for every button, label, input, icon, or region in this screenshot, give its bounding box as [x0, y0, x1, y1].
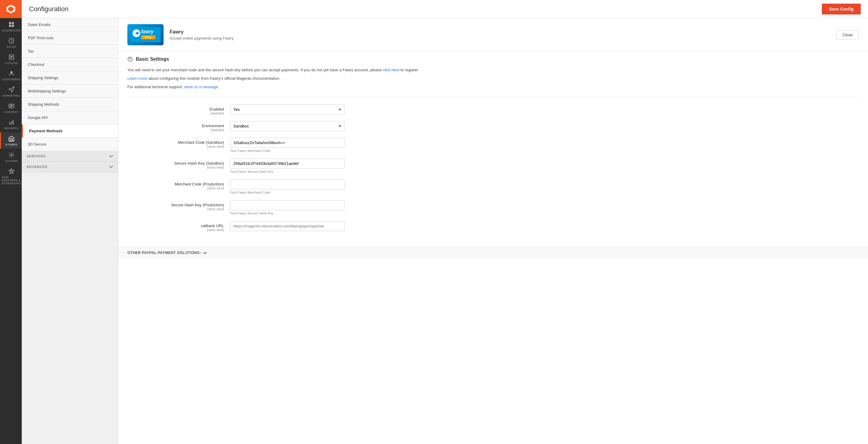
info-line2: Learn more about configuring this module… — [127, 75, 859, 82]
nav-item-shipping-settings[interactable]: Shipping Settings — [22, 71, 118, 85]
hint-merchant_code_production: Your Fawry Merchant Code — [230, 190, 859, 194]
nav-item-3d-secure[interactable]: 3D Secure — [22, 138, 118, 151]
sidebar-item-stores[interactable]: STORES — [0, 132, 22, 149]
sidebar-item-system[interactable]: SYSTEM — [0, 149, 22, 165]
nav-section-advanced[interactable]: ADVANCED — [22, 161, 118, 172]
svg-rect-7 — [9, 122, 10, 124]
svg-rect-2 — [9, 25, 11, 27]
hint-secure_hash_sandbox: Your Fawry Secure Hash Key — [230, 170, 859, 173]
sidebar-logo — [0, 0, 22, 18]
nav-item-tax[interactable]: Tax — [22, 45, 118, 58]
fawry-close-button[interactable]: Close — [836, 30, 859, 39]
form-label-secure_hash_production: Secure Hash Key (Production)[store view] — [127, 200, 230, 211]
form-label-merchant_code_sandbox: Merchant Code (Sandbox)[store view] — [127, 138, 230, 148]
main-wrapper: Configuration Save Config Sales Emails P… — [22, 0, 868, 444]
form-fields: Enabled[website]YesNoEnvironment[website… — [127, 105, 859, 232]
save-config-button[interactable]: Save Config — [822, 4, 861, 14]
form-label-enabled: Enabled[website] — [127, 105, 230, 115]
select-enabled[interactable]: YesNo — [230, 105, 345, 115]
input-callback_url[interactable] — [230, 221, 345, 231]
hint-secure_hash_production: Your Fawry Secure Hash Key — [230, 211, 859, 215]
page-title: Configuration — [29, 5, 68, 13]
form-row-environment: Environment[website]SandboxProduction — [127, 121, 859, 132]
hint-merchant_code_sandbox: Your Fawry Merchant Code — [230, 149, 859, 152]
click-here-link[interactable]: click here — [383, 68, 399, 72]
nav-item-checkout[interactable]: Checkout — [22, 58, 118, 71]
nav-item-google-api[interactable]: Google API — [22, 111, 118, 124]
sidebar: DASHBOARD SALES CATALOG CUSTOMERS MARKET… — [0, 0, 22, 444]
svg-rect-0 — [9, 22, 11, 24]
fawry-header: fawry Pay Fawry Accept online payments u… — [118, 18, 868, 52]
basic-settings-section: Basic Settings You will need to set your… — [118, 52, 868, 247]
input-secure_hash_sandbox[interactable] — [230, 158, 345, 169]
svg-text:Pay: Pay — [145, 36, 152, 39]
sidebar-item-customers[interactable]: CUSTOMERS — [0, 67, 22, 83]
svg-rect-9 — [12, 120, 13, 125]
input-secure_hash_production[interactable] — [230, 200, 345, 210]
nav-item-sales-emails[interactable]: Sales Emails — [22, 18, 118, 31]
form-row-merchant_code_production: Merchant Code (Production)[store view]Yo… — [127, 179, 859, 194]
select-environment[interactable]: SandboxProduction — [230, 121, 345, 131]
form-row-secure_hash_production: Secure Hash Key (Production)[store view]… — [127, 200, 859, 215]
learn-more-link[interactable]: Learn more — [127, 76, 147, 81]
svg-rect-8 — [11, 121, 12, 124]
fawry-logo: fawry Pay — [127, 24, 163, 45]
nav-item-shipping-methods[interactable]: Shipping Methods — [22, 98, 118, 111]
svg-rect-1 — [11, 22, 13, 24]
form-label-merchant_code_production: Merchant Code (Production)[store view] — [127, 179, 230, 190]
sidebar-item-reports[interactable]: REPORTS — [0, 116, 22, 132]
info-line1: You will need to set your merchant code … — [127, 67, 859, 73]
svg-text:fawry: fawry — [141, 29, 154, 34]
sidebar-item-extensions[interactable]: FIND PARTNERS & EXTENSIONS — [0, 165, 22, 187]
settings-description: You will need to set your merchant code … — [127, 67, 859, 97]
nav-item-multishipping-settings[interactable]: Multishipping Settings — [22, 85, 118, 98]
main-panel: fawry Pay Fawry Accept online payments u… — [118, 18, 868, 444]
other-paypal-bar[interactable]: OTHER PAYPAL PAYMENT SOLUTIONS: — [118, 247, 868, 259]
form-label-environment: Environment[website] — [127, 121, 230, 132]
info-line3: For additional technical support, send u… — [127, 84, 859, 90]
input-merchant_code_sandbox[interactable] — [230, 138, 345, 148]
sidebar-item-catalog[interactable]: CATALOG — [0, 51, 22, 67]
left-nav: Sales Emails PDF Print-outs Tax Checkout… — [22, 18, 118, 444]
form-row-merchant_code_sandbox: Merchant Code (Sandbox)[store view]Your … — [127, 138, 859, 152]
nav-item-payment-methods[interactable]: Payment Methods — [22, 124, 118, 138]
settings-header[interactable]: Basic Settings — [127, 52, 859, 67]
sidebar-item-marketing[interactable]: MARKETING — [0, 83, 22, 100]
svg-point-5 — [10, 71, 12, 73]
svg-rect-3 — [11, 25, 13, 27]
form-row-enabled: Enabled[website]YesNo — [127, 105, 859, 115]
sidebar-item-dashboard[interactable]: DASHBOARD — [0, 18, 22, 34]
nav-item-pdf-printouts[interactable]: PDF Print-outs — [22, 31, 118, 45]
sidebar-item-content[interactable]: CONTENT — [0, 100, 22, 116]
sidebar-item-sales[interactable]: SALES — [0, 34, 22, 51]
form-row-callback_url: callback URL[store view] — [127, 221, 859, 232]
fawry-info: Fawry Accept online payments using Fawry… — [169, 29, 234, 40]
form-label-secure_hash_sandbox: Secure Hash Key (Sandbox)[store view] — [127, 158, 230, 169]
form-label-callback_url: callback URL[store view] — [127, 221, 230, 232]
form-row-secure_hash_sandbox: Secure Hash Key (Sandbox)[store view]You… — [127, 158, 859, 173]
svg-point-10 — [10, 154, 12, 156]
topbar: Configuration Save Config — [22, 0, 868, 18]
input-merchant_code_production[interactable] — [230, 179, 345, 189]
send-message-link[interactable]: send us a message — [184, 85, 218, 89]
content-wrapper: Sales Emails PDF Print-outs Tax Checkout… — [22, 18, 868, 444]
nav-section-services[interactable]: SERVICES — [22, 151, 118, 161]
